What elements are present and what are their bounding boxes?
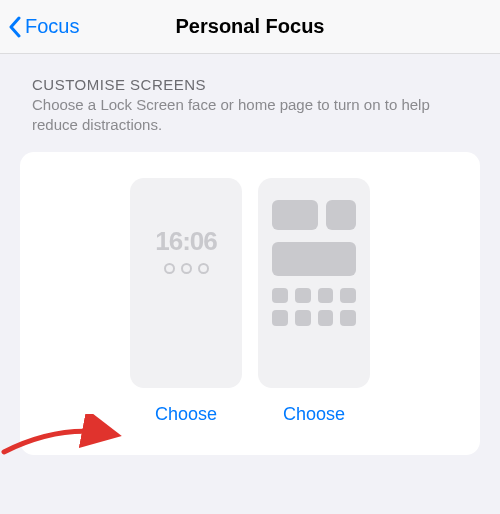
app-placeholder-icon: [318, 288, 334, 304]
home-screen-preview[interactable]: [258, 178, 370, 388]
app-placeholder-icon: [272, 288, 288, 304]
app-placeholder-icon: [326, 200, 356, 230]
home-top-row: [272, 200, 356, 230]
widget-placeholder-icon: [272, 200, 318, 230]
preview-row: 16:06 Choose: [48, 178, 452, 425]
section-heading: CUSTOMISE SCREENS: [32, 76, 468, 93]
lock-pager-dots: [164, 263, 209, 274]
dot-icon: [198, 263, 209, 274]
section-description: Choose a Lock Screen face or home page t…: [32, 95, 468, 136]
dot-icon: [181, 263, 192, 274]
section-header: CUSTOMISE SCREENS Choose a Lock Screen f…: [0, 54, 500, 142]
app-grid: [272, 288, 356, 327]
app-placeholder-icon: [295, 310, 311, 326]
navbar: Focus Personal Focus: [0, 0, 500, 54]
page-title: Personal Focus: [176, 15, 325, 38]
home-screen-column: Choose: [258, 178, 370, 425]
app-placeholder-icon: [272, 310, 288, 326]
back-label: Focus: [25, 15, 79, 38]
widget-placeholder-icon: [272, 242, 356, 276]
app-placeholder-icon: [295, 288, 311, 304]
home-preview-content: [258, 178, 370, 327]
app-placeholder-icon: [340, 310, 356, 326]
chevron-left-icon: [8, 16, 23, 38]
lock-time: 16:06: [155, 226, 217, 257]
lock-screen-preview[interactable]: 16:06: [130, 178, 242, 388]
customise-card: 16:06 Choose: [20, 152, 480, 455]
app-placeholder-icon: [318, 310, 334, 326]
choose-home-button[interactable]: Choose: [283, 404, 345, 425]
lock-screen-column: 16:06 Choose: [130, 178, 242, 425]
app-placeholder-icon: [340, 288, 356, 304]
back-button[interactable]: Focus: [8, 15, 79, 38]
dot-icon: [164, 263, 175, 274]
choose-lock-button[interactable]: Choose: [155, 404, 217, 425]
